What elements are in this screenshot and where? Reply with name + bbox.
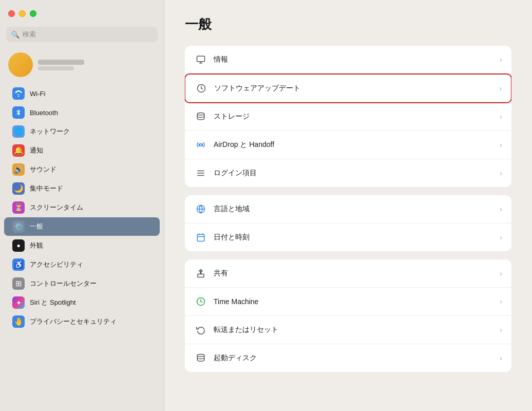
- language-label: 言語と地域: [214, 204, 500, 214]
- sidebar-item-label-control: コントロールセンター: [30, 279, 97, 288]
- sharing-label: 共有: [214, 269, 500, 278]
- bluetooth-icon: [12, 106, 25, 119]
- sidebar-item-label-siri: Siri と Spotlight: [30, 298, 76, 307]
- software-update-label: ソフトウェアアップデート: [214, 84, 499, 93]
- airdrop-chevron: ›: [500, 141, 502, 149]
- main-content: 一般 情報 › ソフトウェアアップデート › ストレージ ›: [164, 0, 532, 411]
- timemachine-label: Time Machine: [214, 297, 500, 306]
- sidebar-item-siri[interactable]: ✦ Siri と Spotlight: [4, 293, 160, 312]
- sidebar-item-label-bluetooth: Bluetooth: [30, 109, 58, 117]
- sidebar-item-focus[interactable]: 🌙 集中モード: [4, 179, 160, 198]
- sharing-icon: [194, 267, 207, 280]
- settings-row-loginitems[interactable]: ログイン項目 ›: [185, 159, 511, 187]
- search-container: 🔍 検索: [0, 27, 164, 47]
- sidebar-item-label-notification: 通知: [30, 146, 43, 155]
- general-icon: ⚙️: [12, 220, 25, 233]
- sidebar-item-label-focus: 集中モード: [30, 184, 63, 193]
- settings-row-airdrop[interactable]: AirDrop と Handoff ›: [185, 131, 511, 159]
- svg-point-5: [200, 144, 202, 146]
- transfer-icon: [194, 323, 207, 337]
- close-button[interactable]: [8, 10, 15, 17]
- page-title: 一般: [185, 15, 511, 33]
- svg-rect-15: [198, 274, 204, 277]
- loginitems-label: ログイン項目: [214, 169, 500, 178]
- appearance-icon: ●: [12, 239, 25, 252]
- settings-row-timemachine[interactable]: Time Machine ›: [185, 288, 511, 316]
- sidebar: 🔍 検索 Wi-Fi Bluetooth 🌐 ネットワーク: [0, 0, 164, 411]
- sidebar-item-screentime[interactable]: ⏳ スクリーンタイム: [4, 198, 160, 217]
- sidebar-item-label-network: ネットワーク: [30, 127, 70, 136]
- software-update-chevron: ›: [499, 84, 502, 92]
- timemachine-chevron: ›: [500, 297, 502, 306]
- settings-row-datetime[interactable]: 日付と時刻 ›: [185, 223, 511, 251]
- language-chevron: ›: [500, 205, 502, 213]
- focus-icon: 🌙: [12, 182, 25, 195]
- settings-row-storage[interactable]: ストレージ ›: [185, 103, 511, 131]
- wifi-icon: [12, 87, 25, 100]
- user-name: [38, 60, 84, 65]
- search-placeholder: 検索: [23, 30, 36, 39]
- transfer-label: 転送またはリセット: [214, 325, 500, 334]
- settings-row-transfer[interactable]: 転送またはリセット ›: [185, 316, 511, 344]
- svg-point-17: [197, 354, 204, 357]
- settings-row-software-update[interactable]: ソフトウェアアップデート ›: [185, 73, 511, 103]
- sidebar-item-notification[interactable]: 🔔 通知: [4, 141, 160, 160]
- storage-chevron: ›: [500, 113, 502, 121]
- traffic-lights: [8, 10, 36, 17]
- software-update-icon: [195, 82, 208, 95]
- search-bar[interactable]: 🔍 検索: [6, 27, 158, 42]
- sound-icon: 🔊: [12, 163, 25, 176]
- settings-row-language[interactable]: 言語と地域 ›: [185, 195, 511, 223]
- loginitems-chevron: ›: [500, 169, 502, 177]
- airdrop-icon: [194, 138, 207, 152]
- datetime-label: 日付と時刻: [214, 233, 500, 242]
- sidebar-item-label-general: 一般: [30, 222, 43, 231]
- sidebar-item-label-wifi: Wi-Fi: [30, 90, 45, 98]
- notification-icon: 🔔: [12, 144, 25, 157]
- sharing-chevron: ›: [500, 269, 502, 277]
- svg-rect-0: [197, 56, 205, 62]
- svg-rect-11: [197, 234, 204, 241]
- loginitems-icon: [194, 166, 207, 180]
- settings-group-3: 共有 › Time Machine › 転送またはリセット › 起動ディスク ›: [185, 259, 511, 372]
- sidebar-item-accessibility[interactable]: ♿ アクセシビリティ: [4, 255, 160, 274]
- sidebar-item-label-appearance: 外観: [30, 241, 43, 250]
- sidebar-item-wifi[interactable]: Wi-Fi: [4, 84, 160, 103]
- user-profile[interactable]: [0, 47, 164, 80]
- avatar: [8, 52, 33, 77]
- info-chevron: ›: [500, 55, 502, 64]
- settings-row-sharing[interactable]: 共有 ›: [185, 259, 511, 288]
- sidebar-item-label-sound: サウンド: [30, 165, 56, 174]
- sidebar-item-network[interactable]: 🌐 ネットワーク: [4, 122, 160, 141]
- datetime-icon: [194, 231, 207, 244]
- maximize-button[interactable]: [30, 10, 36, 17]
- sidebar-items: Wi-Fi Bluetooth 🌐 ネットワーク 🔔 通知 🔊 サウンド 🌙 集…: [0, 82, 164, 411]
- sidebar-item-appearance[interactable]: ● 外観: [4, 236, 160, 255]
- settings-row-startup[interactable]: 起動ディスク ›: [185, 344, 511, 372]
- sidebar-item-privacy[interactable]: 🤚 プライバシーとセキュリティ: [4, 312, 160, 331]
- airdrop-label: AirDrop と Handoff: [214, 140, 500, 150]
- transfer-chevron: ›: [500, 326, 502, 334]
- siri-icon: ✦: [12, 296, 25, 309]
- startup-label: 起動ディスク: [214, 353, 500, 363]
- sidebar-item-label-privacy: プライバシーとセキュリティ: [30, 317, 117, 326]
- user-info: [38, 60, 84, 70]
- control-icon: ⊞: [12, 277, 25, 290]
- accessibility-icon: ♿: [12, 258, 25, 271]
- datetime-chevron: ›: [500, 233, 502, 241]
- sidebar-item-bluetooth[interactable]: Bluetooth: [4, 103, 160, 122]
- sidebar-item-sound[interactable]: 🔊 サウンド: [4, 160, 160, 179]
- minimize-button[interactable]: [19, 10, 26, 17]
- settings-row-info[interactable]: 情報 ›: [185, 46, 511, 74]
- search-icon: 🔍: [11, 31, 20, 39]
- timemachine-icon: [194, 295, 207, 308]
- svg-point-4: [197, 113, 204, 116]
- sidebar-item-general[interactable]: ⚙️ 一般: [4, 217, 160, 236]
- info-label: 情報: [214, 55, 500, 64]
- startup-chevron: ›: [500, 354, 502, 362]
- storage-icon: [194, 110, 207, 123]
- sidebar-item-control[interactable]: ⊞ コントロールセンター: [4, 274, 160, 293]
- info-icon: [194, 53, 207, 66]
- storage-label: ストレージ: [214, 112, 500, 121]
- sidebar-item-label-screentime: スクリーンタイム: [30, 203, 83, 212]
